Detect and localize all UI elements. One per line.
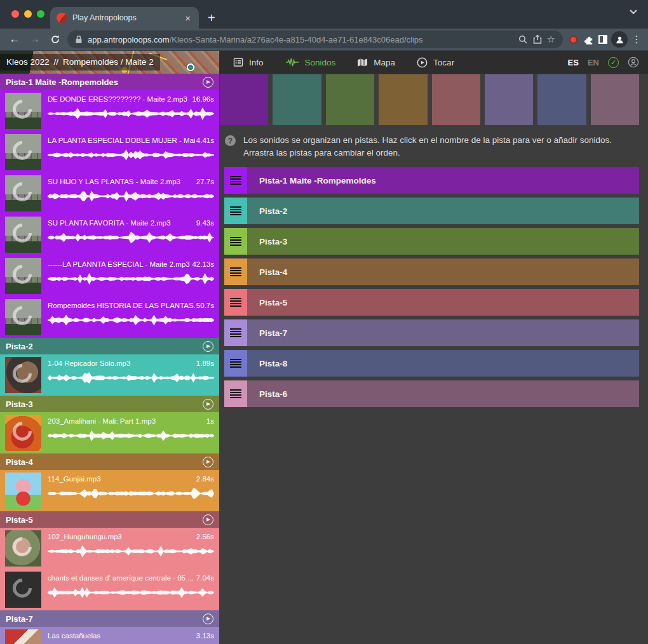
clip-waveform <box>48 428 214 443</box>
track-section-header[interactable]: Pista-4 ▶ <box>0 453 219 470</box>
back-button[interactable]: ← <box>6 33 23 46</box>
track-row-label[interactable]: Pista-7 <box>247 319 639 346</box>
track-drag-handle[interactable] <box>224 258 247 285</box>
account-icon[interactable] <box>628 57 639 68</box>
track-row[interactable]: Pista-2 <box>224 198 639 224</box>
track-section-header[interactable]: Pista-5 ▶ <box>0 511 219 528</box>
lang-en-button[interactable]: EN <box>588 58 599 67</box>
drag-handle-icon <box>230 328 241 337</box>
color-swatch-1 <box>220 74 268 125</box>
map-preview-strip[interactable]: Kleos 2022//Rompemoldes / Maite 2 <box>0 51 219 74</box>
url-bar[interactable]: app.antropoloops.com/Kleos-Santa-Marina/… <box>67 30 563 48</box>
nav-item-tocar[interactable]: Tocar <box>417 57 454 68</box>
track-row-label[interactable]: Pista-4 <box>247 258 639 285</box>
track-drag-handle[interactable] <box>224 350 247 377</box>
extensions-puzzle-icon[interactable] <box>584 34 595 45</box>
audio-clip[interactable]: DE DONDE ERES???????? - Maite 2.mp3 16.9… <box>0 90 219 131</box>
track-play-button[interactable]: ▶ <box>203 514 213 525</box>
track-row[interactable]: Pista-8 <box>224 350 639 377</box>
track-row-label[interactable]: Pista-6 <box>247 380 639 407</box>
zoom-page-icon[interactable] <box>518 35 528 44</box>
track-row-label[interactable]: Pista-3 <box>247 228 639 255</box>
track-section-name[interactable]: Pista-5 <box>6 515 33 525</box>
track-row-label[interactable]: Pista-2 <box>247 198 639 224</box>
track-play-button[interactable]: ▶ <box>203 77 213 88</box>
browser-tab[interactable]: Play Antropoloops × <box>50 7 199 29</box>
track-row[interactable]: Pista-3 <box>224 228 639 255</box>
track-play-button[interactable]: ▶ <box>203 614 213 624</box>
audio-clip[interactable]: SU PLANTA FAVORITA - Maite 2.mp3 9.43s <box>0 214 219 255</box>
share-icon[interactable] <box>533 34 542 44</box>
reload-button[interactable] <box>47 34 64 44</box>
track-drag-handle[interactable] <box>224 228 247 255</box>
browser-profile-avatar[interactable] <box>611 31 628 48</box>
minimize-window-button[interactable] <box>24 10 32 18</box>
track-section-name[interactable]: Pista-2 <box>6 342 33 351</box>
track-drag-handle[interactable] <box>224 289 247 316</box>
split-view-icon[interactable] <box>598 35 607 44</box>
bookmark-star-icon[interactable]: ☆ <box>547 34 555 45</box>
clip-thumbnail <box>5 357 41 393</box>
clip-thumbnail <box>5 572 41 608</box>
clip-thumbnail <box>5 134 41 170</box>
track-row-label[interactable]: Pista-5 <box>247 289 639 316</box>
track-row[interactable]: Pista-5 <box>224 289 639 316</box>
record-indicator-icon[interactable] <box>569 36 577 44</box>
track-section-name[interactable]: Pista-7 <box>6 614 33 624</box>
tab-title: Play Antropoloops <box>72 13 183 22</box>
traffic-lights <box>11 10 44 18</box>
tracks-sidebar[interactable]: Pista-1 Maite -Rompemoldes ▶ DE DONDE ER… <box>0 74 219 644</box>
track-section-name[interactable]: Pista-4 <box>6 457 33 467</box>
nav-item-mapa[interactable]: Mapa <box>357 58 395 67</box>
track-row-label[interactable]: Pista-8 <box>247 350 639 377</box>
nav-item-sonidos[interactable]: Sonidos <box>285 57 336 67</box>
track-play-button[interactable]: ▶ <box>203 399 213 410</box>
zoom-window-button[interactable] <box>37 10 44 18</box>
url-path: /Kleos-Santa-Marina/a276ac4e-a815-40d4-a… <box>170 35 423 44</box>
loader-ring-icon <box>9 261 36 288</box>
tab-close-icon[interactable]: × <box>183 13 192 23</box>
track-section-name[interactable]: Pista-3 <box>6 399 33 409</box>
track-row[interactable]: Pista-1 Maite -Rompemoldes <box>224 167 639 194</box>
track-play-button[interactable]: ▶ <box>203 341 213 352</box>
nav-item-info[interactable]: Info <box>233 57 264 67</box>
audio-clip[interactable]: 102_Hunguhungu.mp3 2.56s <box>0 528 219 569</box>
track-section-clips: DE DONDE ERES???????? - Maite 2.mp3 16.9… <box>0 90 219 338</box>
help-icon[interactable]: ? <box>225 135 236 146</box>
main-panel: ? Los sonidos se organizan en pistas. Ha… <box>219 74 648 644</box>
track-drag-handle[interactable] <box>224 198 247 224</box>
breadcrumb-project[interactable]: Kleos 2022 <box>6 57 50 67</box>
track-section-header[interactable]: Pista-2 ▶ <box>0 338 219 354</box>
track-section-name[interactable]: Pista-1 Maite -Rompemoldes <box>6 77 118 87</box>
audio-clip[interactable]: SU HIJO Y LAS PLANTAS - Maite 2.mp3 27.7… <box>0 173 219 214</box>
track-section-clips: 1-04 Repicador Solo.mp3 1.89s <box>0 354 219 396</box>
audio-clip[interactable]: Rompemoldes HISTORIA DE LAS PLANTAS... 5… <box>0 297 219 338</box>
close-window-button[interactable] <box>11 10 19 18</box>
sync-check-icon[interactable]: ✓ <box>608 57 619 68</box>
track-drag-handle[interactable] <box>224 380 247 407</box>
new-tab-button[interactable]: + <box>208 11 215 29</box>
track-row[interactable]: Pista-4 <box>224 258 639 285</box>
track-drag-handle[interactable] <box>224 319 247 346</box>
track-row[interactable]: Pista-6 <box>224 380 639 407</box>
track-section-header[interactable]: Pista-7 ▶ <box>0 610 219 627</box>
audio-clip[interactable]: 203_Amalihani - Mali: Part 1.mp3 1s <box>0 412 219 453</box>
clip-duration: 1s <box>205 417 214 425</box>
audio-clip[interactable]: 1-04 Repicador Solo.mp3 1.89s <box>0 354 219 396</box>
track-row-label[interactable]: Pista-1 Maite -Rompemoldes <box>247 167 639 194</box>
track-section-header[interactable]: Pista-3 ▶ <box>0 396 219 412</box>
browser-menu-icon[interactable]: ⋮ <box>631 34 642 45</box>
lang-es-button[interactable]: ES <box>568 58 579 67</box>
audio-clip[interactable]: Las castañuelas 3.13s <box>0 627 219 644</box>
forward-button[interactable]: → <box>27 33 43 46</box>
audio-clip[interactable]: chants et danses d' amerique centrale - … <box>0 569 219 610</box>
track-play-button[interactable]: ▶ <box>203 457 213 467</box>
audio-clip[interactable]: LA PLANTA ESPECIAL DOBLE MUJER - Mai... … <box>0 131 219 173</box>
track-section-header[interactable]: Pista-1 Maite -Rompemoldes ▶ <box>0 74 219 90</box>
track-drag-handle[interactable] <box>224 167 247 194</box>
audio-clip[interactable]: 114_Gunjai.mp3 2.84s <box>0 470 219 511</box>
tab-search-chevron-icon[interactable] <box>629 9 638 15</box>
audio-clip[interactable]: ------LA PLANNTA ESPECIAL - Maite 2.mp3 … <box>0 255 219 297</box>
breadcrumb: Kleos 2022//Rompemoldes / Maite 2 <box>0 54 160 70</box>
track-row[interactable]: Pista-7 <box>224 319 639 346</box>
